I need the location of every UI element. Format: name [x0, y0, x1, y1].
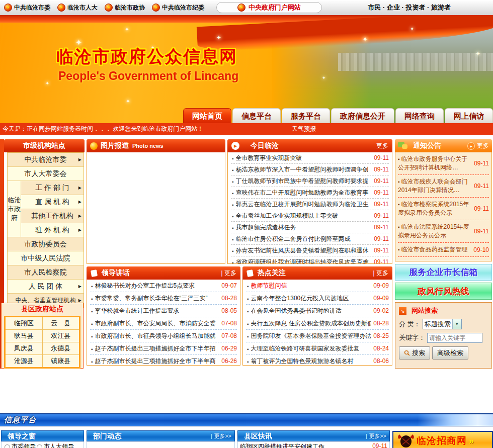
- news-link[interactable]: 大理至临沧铁路可研喜获国家发改委批复: [251, 344, 372, 353]
- notice-link[interactable]: 临沧市残疾人联合会部门2014年部门决算情况…: [398, 177, 472, 195]
- news-link[interactable]: 李华松就全市统计工作提出要求: [95, 307, 220, 315]
- sidebar-item-peoples-groups[interactable]: 人 民 团 体▶: [8, 280, 84, 294]
- central-gov-portal-link[interactable]: 中央政府门户网站: [216, 2, 322, 13]
- audience-links[interactable]: 市民 · 企业 · 投资者 · 旅游者: [368, 0, 451, 15]
- news-link[interactable]: 央行五次降息 住房公积金贷款成本创历史新低: [251, 319, 372, 328]
- bullet-icon: [246, 356, 251, 366]
- sidebar-item-label: 工 作 部 门: [35, 184, 69, 192]
- notice-link[interactable]: 临沧市法院系统2015年度拟录用公务员公示: [398, 223, 472, 240]
- tab-service-platform[interactable]: 服务平台: [282, 108, 330, 123]
- news-link[interactable]: 云南今年整合1300亿元投入民族地区: [251, 294, 372, 303]
- news-link[interactable]: 孙青友书记前往凤庆县鲁史镇看望慰问在职和退休: [236, 246, 372, 255]
- sidebar-item-overseas-agencies[interactable]: 驻 外 机 构▶: [21, 223, 84, 237]
- search-category-select[interactable]: 标题搜索: [423, 319, 462, 329]
- news-link[interactable]: 翁丁被评为全国特色景观旅游名镇名村: [251, 357, 372, 366]
- news-date: 07-08: [221, 332, 237, 339]
- county-link-yongde[interactable]: 永德县: [43, 342, 79, 354]
- news-date: 09-09: [373, 295, 389, 302]
- news-date: 09-09: [373, 282, 389, 289]
- notice-link[interactable]: 临沧市食品药品监督管理: [398, 245, 472, 254]
- banner: 临沧市政府公众信息网 People's Government of Lincan…: [0, 15, 493, 123]
- news-item: 赵子杰副市长提出三项措施抓好全市下半年招06-29: [90, 342, 237, 355]
- county-link-gengma[interactable]: 耿马县: [6, 330, 43, 342]
- bull-icon: [397, 433, 415, 448]
- more-link[interactable]: 更多: [376, 142, 388, 150]
- news-link[interactable]: 赵子杰副市长提出三项措施抓好全市下半年招: [95, 344, 220, 353]
- tab-online-query[interactable]: 网络查询: [395, 108, 444, 123]
- county-link-linxiang[interactable]: 临翔区: [6, 317, 43, 329]
- county-row: 临翔区 云 县: [6, 317, 79, 330]
- link-discipline-committee[interactable]: 中共临沧市纪委: [152, 4, 204, 12]
- news-link[interactable]: 临沧市住房公积金二套房首付比例降至两成: [236, 235, 372, 243]
- news-item: 临沧市住房公积金二套房首付比例降至两成09-11: [231, 233, 389, 245]
- county-link-zhenkang[interactable]: 镇康县: [43, 355, 79, 367]
- news-link[interactable]: 临翔区四举措推进平安创建工作: [240, 442, 372, 448]
- news-item: 李华松就全市统计工作提出要求08-05: [90, 305, 237, 317]
- gov-group-items: 工 作 部 门▶ 直 属 机 构▶ 其他工作机构▶ 驻 外 机 构▶: [21, 181, 84, 237]
- notice-link[interactable]: 临沧市政务服务中心关于公开招聘计算机网络…: [398, 155, 472, 172]
- sparkle-icon: [410, 26, 414, 32]
- tab-gov-info-disclosure[interactable]: 政府信息公开: [331, 108, 394, 123]
- more-link[interactable]: | 更多: [373, 269, 388, 278]
- radio-icon: [37, 444, 42, 448]
- sidebar-item-other-agencies[interactable]: 其他工作机构▶: [21, 209, 84, 223]
- notice-link[interactable]: 临沧市检察院系统2015年度拟录用公务员公示: [398, 200, 472, 217]
- sidebar-item-procuratorate[interactable]: 市人民检察院: [8, 265, 84, 280]
- sidebar-item-cppcc-committee[interactable]: 市政协委员会: [8, 237, 84, 251]
- county-link-yunxian[interactable]: 云 县: [43, 317, 79, 329]
- news-link[interactable]: 市政府副市长、市征兵领导小组组长马加能就: [95, 332, 220, 340]
- tab-info-platform[interactable]: 信息平台: [232, 108, 281, 123]
- news-link[interactable]: 市政府副市长、市公安局局长、市消防安全委: [95, 319, 220, 328]
- bullet-icon: [231, 165, 236, 174]
- radio-city-committee-leaders[interactable]: 市委领导: [4, 442, 36, 448]
- more-link[interactable]: 更多: [467, 142, 489, 150]
- more-link[interactable]: | 更多>>: [366, 431, 386, 441]
- mayor-mailbox-banner[interactable]: 服务企业市长信箱: [395, 264, 492, 281]
- news-link[interactable]: 国务院印发《基本养老保险基金投资管理办法: [251, 332, 372, 340]
- conduct-hotline-banner[interactable]: 政风行风热线: [395, 283, 492, 300]
- photo-news-panel: 图片报道 Photo news: [87, 139, 225, 264]
- news-link[interactable]: 我市超额完成造林任务: [236, 223, 372, 232]
- link-peoples-congress[interactable]: 临沧市人大: [57, 4, 98, 12]
- radio-congress-leaders[interactable]: 市人大领导: [36, 442, 74, 448]
- link-cppcc[interactable]: 临沧市政协: [105, 4, 145, 12]
- sidebar-item-intermediate-court[interactable]: 市中级人民法院: [8, 251, 84, 265]
- county-link-shuangjiang[interactable]: 双江县: [43, 330, 79, 342]
- mayor-mailbox-label: 服务企业市长信箱: [409, 266, 478, 278]
- tab-home[interactable]: 网站首页: [183, 108, 231, 123]
- link-city-committee[interactable]: 中共临沧市委: [4, 4, 50, 12]
- news-link[interactable]: 省政府调研组赴我市调研时指出转变作风攻坚克难: [236, 258, 372, 264]
- sidebar-item-label: 人 民 团 体: [29, 282, 63, 290]
- advanced-search-button[interactable]: 高级检索: [432, 346, 468, 360]
- news-link[interactable]: 赵子杰副市长提出三项措施抓好全市下半年商: [95, 357, 220, 366]
- news-link[interactable]: 全市蚕丝加工企业实现规模以上零突破: [236, 212, 372, 220]
- search-button[interactable]: 搜索: [399, 346, 430, 360]
- news-link[interactable]: 查映伟在市二中开展慰问时勉励教师为全市教育事: [236, 189, 372, 197]
- news-link[interactable]: 丁仕凯教师节到市民族中学看望慰问教师时要求提: [236, 177, 372, 186]
- tab-online-petition[interactable]: 网上信访: [445, 108, 493, 123]
- news-link[interactable]: 全市教育事业实现新突破: [236, 154, 372, 162]
- news-link[interactable]: 杨浩东教师节深入市一中看望慰问教师时强调争创: [236, 165, 372, 174]
- sidebar-item-work-departments[interactable]: 工 作 部 门▶: [21, 181, 84, 195]
- search-input[interactable]: [427, 333, 482, 343]
- news-link[interactable]: 市委常委、常务副市长李华松在“三严三实”: [95, 294, 220, 303]
- site-search-box: 网站搜索 分 类： 标题搜索 关键字： 搜索 高级检索: [395, 302, 492, 369]
- news-item: 赵子杰副市长提出三项措施抓好全市下半年商06-26: [90, 355, 237, 366]
- weather-link[interactable]: 天气预报: [292, 123, 316, 135]
- county-link-cangyuan[interactable]: 沧源县: [6, 355, 43, 367]
- news-link[interactable]: 教师节慰问信: [251, 282, 372, 290]
- county-link-fengqing[interactable]: 凤庆县: [6, 342, 43, 354]
- sidebar-item-peoples-congress[interactable]: 市人大常委会: [8, 167, 84, 181]
- news-link[interactable]: 郭惠云在临沧卫校开展慰问时勉励教师为临沧卫生: [236, 200, 372, 209]
- emblem-icon: [237, 4, 245, 12]
- sidebar-item-city-committee[interactable]: 中共临沧市委▶: [8, 153, 84, 167]
- department-news-header: 部门动态 | 更多>>: [87, 430, 235, 441]
- sidebar-item-direct-agencies[interactable]: 直 属 机 构▶: [21, 195, 84, 209]
- news-link[interactable]: 林俊秘书长对办公室工作提出5点要求: [95, 282, 220, 290]
- more-link[interactable]: | 更多>>: [211, 431, 231, 441]
- news-link[interactable]: 在会见全国优秀县委书记时的讲话: [251, 307, 372, 315]
- sidebar-gov-group: 临沧市政府 工 作 部 门▶ 直 属 机 构▶ 其他工作机构▶ 驻 外 机 构▶: [8, 181, 84, 237]
- more-link[interactable]: | 更多: [221, 269, 236, 278]
- news-date: 09-11: [374, 154, 389, 161]
- investment-site-logo[interactable]: 临沧招商网 »: [392, 431, 493, 448]
